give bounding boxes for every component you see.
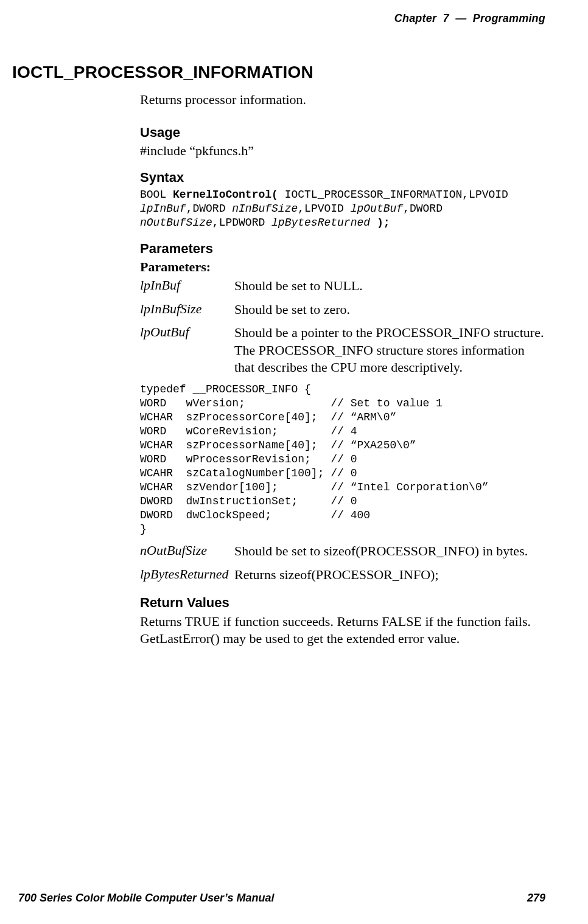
param-desc: Should be set to zero. [234, 301, 350, 319]
param-row: lpInBufSize Should be set to zero. [140, 301, 545, 319]
param-row: nOutBufSize Should be set to sizeof(PROC… [140, 543, 545, 560]
param-name: lpInBufSize [140, 301, 234, 317]
param-desc: Should be set to NULL. [234, 277, 363, 295]
syntax-text: ,DWORD [403, 203, 443, 215]
syntax-bold: ); [370, 217, 390, 229]
param-row: lpBytesReturned Returns sizeof(PROCESSOR… [140, 566, 545, 584]
section-intro: Returns processor information. [140, 92, 545, 108]
syntax-param: lpBytesReturned [271, 217, 370, 229]
syntax-text: ,DWORD [186, 203, 233, 215]
syntax-text: IOCTL_PROCESSOR_INFORMATION,LPVOID [278, 189, 508, 201]
param-name: lpInBuf [140, 277, 234, 293]
syntax-param: nInBufSize [232, 203, 298, 215]
syntax-text: BOOL [140, 189, 173, 201]
page-number: 279 [527, 892, 545, 905]
param-desc: Should be set to sizeof(PROCESSOR_INFO) … [234, 543, 528, 560]
syntax-text: ,LPDWORD [212, 217, 271, 229]
syntax-text: ,LPVOID [298, 203, 350, 215]
syntax-bold: KernelIoControl( [173, 189, 278, 201]
param-row: lpInBuf Should be set to NULL. [140, 277, 545, 295]
syntax-param: lpOutBuf [351, 203, 403, 215]
parameters-heading: Parameters [140, 241, 545, 257]
running-header: Chapter 7 — Programming [18, 12, 545, 25]
syntax-heading: Syntax [140, 170, 545, 186]
return-heading: Return Values [140, 595, 545, 611]
body-column: Returns processor information. Usage #in… [140, 92, 545, 648]
page: Chapter 7 — Programming IOCTL_PROCESSOR_… [0, 0, 588, 924]
page-footer: 700 Series Color Mobile Computer User’s … [18, 892, 545, 905]
section-title: IOCTL_PROCESSOR_INFORMATION [12, 63, 545, 82]
param-row: lpOutBuf Should be a pointer to the PROC… [140, 324, 545, 377]
syntax-param: nOutBufSize [140, 217, 212, 229]
param-desc: Should be a pointer to the PROCESSOR_INF… [234, 324, 545, 377]
chapter-label: Chapter 7 [394, 12, 449, 24]
usage-include: #include “pkfuncs.h” [140, 143, 545, 159]
header-separator: — [449, 12, 473, 24]
param-desc: Returns sizeof(PROCESSOR_INFO); [234, 566, 439, 584]
param-name: lpBytesReturned [140, 566, 234, 582]
param-name: nOutBufSize [140, 543, 234, 558]
return-body: Returns TRUE if function succeeds. Retur… [140, 613, 545, 648]
book-title: 700 Series Color Mobile Computer User’s … [18, 892, 274, 905]
usage-heading: Usage [140, 125, 545, 141]
param-name: lpOutBuf [140, 324, 234, 340]
parameters-label: Parameters: [140, 259, 545, 275]
syntax-param: lpInBuf [140, 203, 186, 215]
chapter-title: Programming [473, 12, 545, 24]
struct-code: typedef __PROCESSOR_INFO { WORD wVersion… [140, 383, 545, 537]
syntax-code: BOOL KernelIoControl( IOCTL_PROCESSOR_IN… [140, 188, 545, 230]
